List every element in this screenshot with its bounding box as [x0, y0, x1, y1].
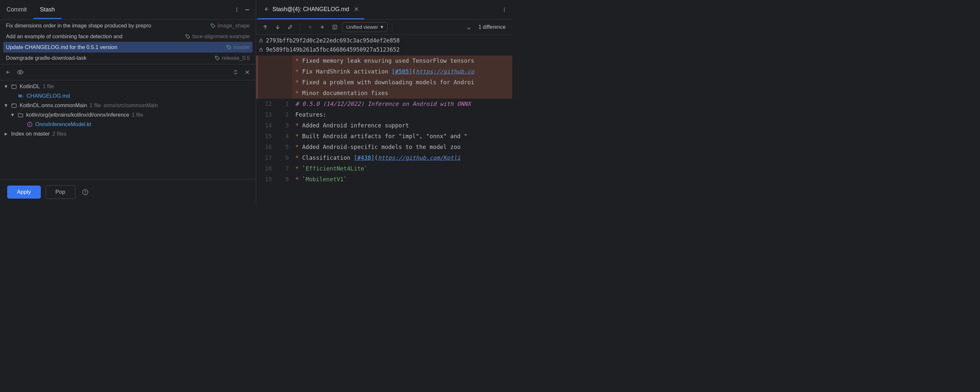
file-count: 1 file [89, 102, 101, 108]
list-icon[interactable] [329, 22, 340, 32]
minimize-icon[interactable] [242, 5, 253, 15]
expand-collapse-icon[interactable] [230, 67, 241, 77]
tag-icon [226, 45, 232, 50]
stash-tag: master [226, 44, 250, 50]
kotlin-class-icon: C [27, 121, 33, 127]
svg-point-4 [212, 24, 212, 25]
lock-icon [259, 47, 263, 52]
code-line: 198 * `MobilenetV1` [256, 174, 512, 185]
divider [300, 23, 300, 31]
tree-folder[interactable]: ▾ kotlin/org/jetbrains/kotlinx/dl/onnx/i… [1, 110, 255, 120]
hash-before: 2793bffb29f2d0c2e22edc693c3ac95d4ef2e858 [266, 36, 399, 45]
svg-rect-22 [260, 49, 262, 51]
nav-forward-icon[interactable] [317, 22, 328, 32]
stash-message: Add an example of combining face detecti… [6, 33, 182, 40]
module-icon [11, 84, 17, 89]
divider [392, 23, 392, 31]
stash-entry[interactable]: Downgrade gradle-download-task release_0… [3, 53, 253, 64]
editor-tab[interactable]: Stash@{4}: CHANGELOG.md [258, 0, 364, 19]
tab-commit[interactable]: Commit [0, 0, 33, 19]
chevron-right-icon: ▸ [3, 131, 8, 137]
tree-folder[interactable]: ▸ Index on master 2 files [1, 129, 255, 139]
pop-button[interactable]: Pop [45, 185, 75, 199]
close-tab-icon[interactable] [353, 7, 358, 11]
right-panel: Stash@{4}: CHANGELOG.md Unified viewer ▾… [256, 0, 512, 205]
folder-name: kotlin/org/jetbrains/kotlinx/dl/onnx/inf… [26, 112, 129, 118]
file-count: 1 file [43, 83, 54, 89]
back-arrow-icon [263, 6, 269, 12]
diff-viewer[interactable]: * * Fixed memory leak ensuring used Tens… [256, 56, 512, 205]
stash-message: Fix dimensions order in the image shape … [6, 22, 207, 29]
left-panel: Commit Stash Fix dimensions order in the… [0, 0, 256, 205]
svg-point-2 [237, 11, 237, 12]
close-panel-icon[interactable] [242, 67, 253, 77]
stash-tag: image_shape [210, 22, 250, 29]
svg-point-6 [228, 46, 228, 47]
folder-path: onnx/src/commonMain [103, 102, 158, 108]
preview-icon[interactable] [15, 67, 25, 77]
prev-diff-icon[interactable] [260, 22, 270, 32]
changes-toolbar [0, 64, 256, 80]
module-icon [11, 103, 17, 108]
changelist-icon[interactable] [3, 67, 14, 77]
more-icon[interactable] [499, 5, 510, 15]
chevron-down-icon: ▾ [3, 102, 8, 108]
diff-toolbar: Unified viewer ▾ 1 difference [256, 20, 512, 35]
help-icon[interactable]: ? [80, 187, 91, 197]
viewer-mode-select[interactable]: Unified viewer ▾ [342, 22, 387, 32]
folder-name: KotlinDL.onnx.commonMain [20, 102, 87, 108]
nav-back-icon[interactable] [305, 22, 315, 32]
code-line: 132Features: [256, 110, 512, 120]
apply-button[interactable]: Apply [7, 186, 41, 199]
tree-folder[interactable]: ▾ KotlinDL.onnx.commonMain 1 file onnx/s… [1, 100, 255, 110]
next-diff-icon[interactable] [272, 22, 283, 32]
revision-hashes: 2793bffb29f2d0c2e22edc693c3ac95d4ef2e858… [256, 35, 512, 56]
svg-rect-21 [260, 40, 262, 42]
file-name: OnnxInferenceModel.kt [35, 121, 91, 127]
stash-message: Update CHANGELOG.md for the 0.5.1 versio… [6, 44, 223, 50]
svg-text:C: C [29, 123, 31, 126]
expand-icon[interactable] [463, 22, 474, 32]
chevron-down-icon: ▾ [3, 83, 8, 89]
svg-rect-12 [12, 104, 14, 105]
tag-icon [185, 34, 191, 39]
tree-file[interactable]: M↓ CHANGELOG.md [1, 91, 255, 100]
code-line: * Fix HardShrink activation [#505](https… [256, 66, 512, 77]
svg-rect-10 [12, 84, 14, 86]
markdown-icon: M↓ [18, 93, 24, 98]
folder-name: KotlinDL [20, 83, 40, 89]
svg-point-18 [504, 9, 505, 10]
code-line: 176 * Classification [#438](https://gith… [256, 153, 512, 163]
more-icon[interactable] [232, 5, 242, 15]
svg-point-17 [504, 8, 505, 8]
svg-point-8 [20, 72, 21, 73]
stash-message: Downgrade gradle-download-task [6, 55, 212, 61]
stash-entry[interactable]: Add an example of combining face detecti… [3, 31, 253, 42]
code-line: 165 * Added Android-specific models to t… [256, 142, 512, 153]
svg-point-19 [504, 11, 505, 12]
tab-stash[interactable]: Stash [33, 0, 61, 19]
chevron-down-icon: ▾ [380, 24, 383, 30]
tree-file[interactable]: C OnnxInferenceModel.kt [1, 120, 255, 129]
file-name: CHANGELOG.md [27, 93, 70, 99]
folder-icon [18, 112, 24, 118]
stash-tag: face-alignment-example [185, 33, 250, 40]
code-line: * * Fixed memory leak ensuring used Tens… [256, 56, 512, 66]
edit-icon[interactable] [285, 22, 295, 32]
stash-entry[interactable]: Fix dimensions order in the image shape … [3, 20, 253, 31]
stash-entry[interactable]: Update CHANGELOG.md for the 0.5.1 versio… [3, 42, 253, 53]
code-line: 154 * Built Android artifacts for "impl"… [256, 131, 512, 142]
svg-text:?: ? [84, 190, 86, 194]
code-line: 121# 0.5.0 (14/12/2022) Inference on And… [256, 99, 512, 110]
file-tree: ▾ KotlinDL 1 file M↓ CHANGELOG.md ▾ Kotl… [0, 80, 256, 179]
diff-count: 1 difference [476, 24, 508, 30]
tab-title: Stash@{4}: CHANGELOG.md [272, 6, 349, 13]
code-line: * Minor documentation fixes [256, 88, 512, 99]
folder-name: Index on master [11, 131, 50, 137]
svg-point-0 [237, 8, 237, 8]
bottom-bar: Apply Pop ? [0, 179, 256, 205]
tabs-header: Commit Stash [0, 0, 256, 20]
tree-folder[interactable]: ▾ KotlinDL 1 file [1, 82, 255, 91]
code-line: 187 * `EfficientNet4Lite` [256, 163, 512, 174]
file-count: 1 file [132, 112, 143, 118]
